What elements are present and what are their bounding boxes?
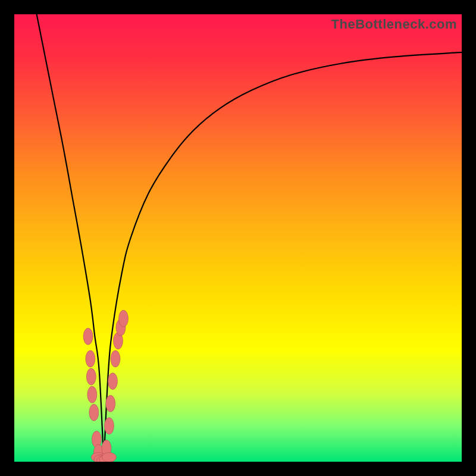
data-point: [102, 452, 116, 462]
chart-frame: TheBottleneck.com: [0, 0, 476, 476]
chart-overlay: [14, 14, 462, 462]
data-point: [87, 386, 97, 403]
data-point: [83, 328, 93, 345]
bottleneck-curve-right: [104, 52, 462, 462]
data-point: [89, 404, 99, 421]
data-point: [86, 350, 95, 367]
data-point: [108, 373, 117, 390]
data-points: [83, 310, 128, 462]
data-point: [106, 395, 115, 412]
data-point: [118, 310, 128, 327]
data-point: [111, 350, 120, 367]
data-point: [86, 368, 96, 385]
data-point: [104, 418, 114, 434]
chart-plot-area: TheBottleneck.com: [14, 14, 462, 462]
